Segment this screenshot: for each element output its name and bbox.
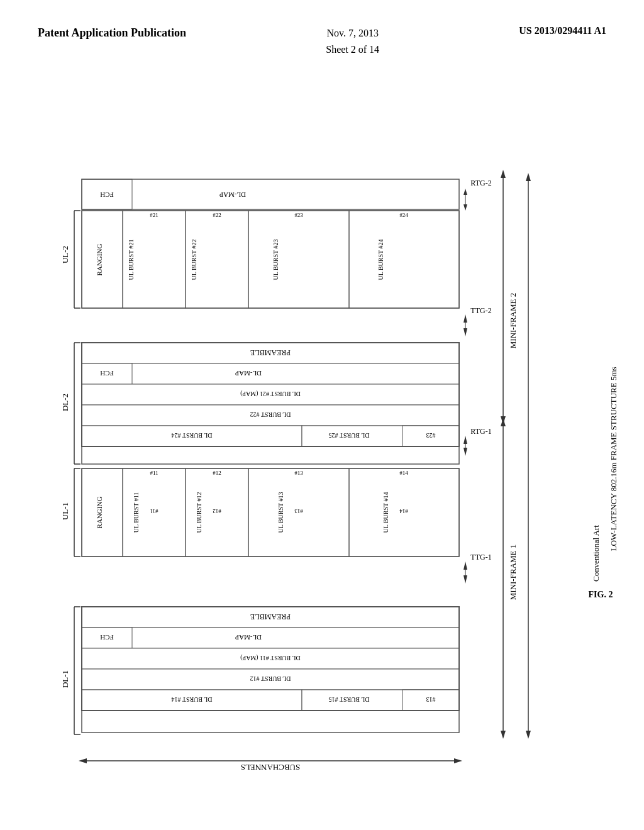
svg-text:#11: #11	[150, 470, 158, 476]
dl2-label: DL-2	[60, 394, 70, 411]
svg-marker-74	[79, 758, 87, 763]
ttg2-label: TTG-2	[470, 306, 491, 315]
dl1-burst11: DL BURST #11 (MAP)	[240, 653, 300, 661]
dl1-fch: FCH	[100, 634, 113, 641]
dl1-burst13: DL BURST #15	[344, 696, 385, 703]
header-date: Nov. 7, 2013	[326, 25, 379, 42]
svg-marker-16	[464, 436, 467, 444]
ul1-burst14: UL BURST #14	[382, 492, 389, 533]
svg-marker-2	[526, 731, 531, 739]
dl2-preamble: PREAMBLE	[250, 347, 291, 356]
page-header: Patent Application Publication Nov. 7, 2…	[0, 25, 644, 57]
dl1-burst14: DL BURST #14	[155, 696, 196, 703]
svg-marker-19	[464, 562, 467, 570]
header-date-sheet: Nov. 7, 2013 Sheet 2 of 14	[326, 25, 379, 57]
ul1-burst12: UL BURST #12	[196, 492, 203, 533]
svg-marker-13	[464, 314, 467, 323]
svg-text:#13: #13	[294, 470, 303, 476]
svg-marker-75	[454, 758, 462, 763]
subchannels-label: SUBCHANNELS	[241, 763, 301, 772]
publication-title: Patent Application Publication	[38, 25, 186, 41]
svg-text:#14: #14	[399, 508, 408, 514]
ul1-burst11: UL BURST #11	[133, 492, 140, 533]
svg-rect-66	[349, 211, 459, 308]
svg-text:#22: #22	[213, 212, 221, 218]
svg-rect-71	[82, 179, 459, 209]
svg-marker-8	[501, 416, 506, 424]
svg-rect-61	[82, 211, 459, 308]
svg-text:#12: #12	[213, 470, 221, 476]
rtg1-label: RTG-1	[470, 427, 491, 436]
ttg1-label: TTG-1	[470, 553, 491, 562]
top-dlmap: DL-MAP	[219, 191, 246, 199]
svg-text:#12: #12	[213, 508, 221, 514]
svg-rect-24	[82, 607, 459, 733]
dl2-burst23: #23	[417, 432, 426, 439]
dl1-label: DL-1	[60, 670, 70, 688]
svg-text:#21: #21	[150, 212, 158, 218]
ul2-burst21: UL BURST #21	[128, 239, 135, 280]
dl1-dlmap: DL-MAP	[219, 634, 246, 641]
figure-2-diagram: LOW-LATENCY 802.16m FRAME STRUCTURE 5ms …	[0, 82, 644, 824]
dl2-burst21: DL BURST #21 (MAP)	[240, 390, 301, 397]
dl1-preamble: PREAMBLE	[250, 611, 291, 619]
rtg2-label: RTG-2	[470, 179, 491, 187]
svg-text:#11: #11	[150, 508, 158, 514]
dl2-fch: FCH	[100, 370, 113, 377]
ul2-burst22: UL BURST #22	[191, 239, 197, 280]
ul1-ranging: RANGING	[96, 497, 103, 529]
dl1-burst12: DL BURST #12	[250, 675, 291, 682]
dl2-burst24: DL BURST #24	[155, 432, 196, 439]
svg-marker-11	[464, 204, 467, 211]
header-sheet: Sheet 2 of 14	[326, 42, 379, 58]
ul2-ranging: RANGING	[96, 244, 103, 276]
svg-marker-5	[501, 731, 506, 739]
svg-marker-20	[464, 575, 467, 584]
svg-marker-17	[464, 448, 467, 456]
mini-frame-2-label: MINI-FRAME 2	[508, 293, 518, 348]
svg-marker-1	[526, 173, 531, 181]
svg-text:#23: #23	[294, 212, 303, 218]
ul1-label: UL-1	[60, 502, 70, 520]
dl2-dlmap: DL-MAP	[219, 370, 246, 377]
figure-number: FIG. 2	[589, 590, 613, 599]
svg-text:#24: #24	[399, 212, 408, 218]
ul2-burst24: UL BURST #24	[377, 239, 384, 280]
svg-text:#13: #13	[294, 508, 303, 514]
mini-frame-1-label: MINI-FRAME 1	[508, 545, 518, 600]
svg-text:#14: #14	[399, 470, 408, 476]
patent-number: US 2013/0294411 A1	[519, 25, 606, 36]
dl2-burst22: DL BURST #22	[250, 411, 291, 418]
ul1-burst13: UL BURST #13	[277, 492, 284, 533]
dl2-burst25: DL BURST #25	[313, 432, 353, 439]
svg-marker-10	[464, 189, 467, 195]
top-fch: FCH	[100, 191, 113, 199]
svg-marker-14	[464, 328, 467, 336]
svg-rect-65	[248, 211, 349, 308]
ul2-burst23: UL BURST #23	[272, 239, 279, 280]
dl1-burst13b: #13	[417, 696, 426, 703]
svg-marker-7	[501, 170, 506, 178]
conventional-art-label: Conventional Art	[591, 525, 601, 582]
ul2-label: UL-2	[60, 246, 70, 263]
frame-structure-label: LOW-LATENCY 802.16m FRAME STRUCTURE 5ms	[609, 367, 618, 551]
